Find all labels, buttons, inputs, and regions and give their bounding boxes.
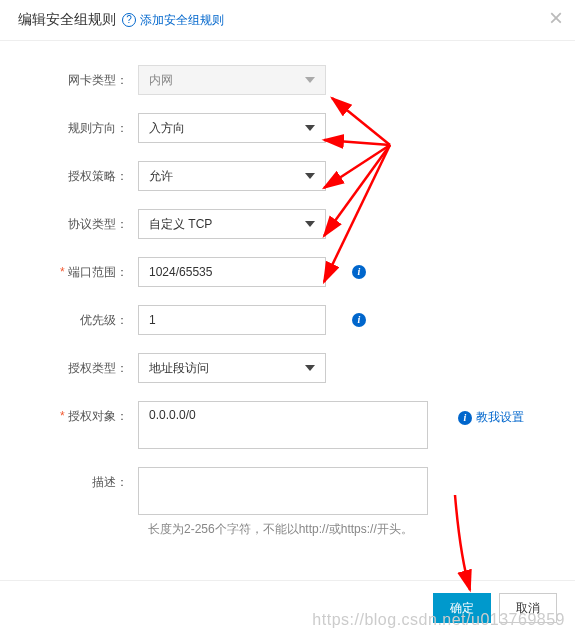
select-nic-type: 内网: [138, 65, 326, 95]
row-policy: 授权策略： 允许: [18, 161, 557, 191]
row-protocol: 协议类型： 自定义 TCP: [18, 209, 557, 239]
info-icon[interactable]: i: [352, 265, 366, 279]
select-policy-value: 允许: [149, 168, 173, 185]
select-auth-type-value: 地址段访问: [149, 360, 209, 377]
caret-icon: [305, 173, 315, 179]
help-icon: ?: [122, 13, 136, 27]
label-nic-type: 网卡类型：: [18, 65, 138, 89]
select-direction[interactable]: 入方向: [138, 113, 326, 143]
select-direction-value: 入方向: [149, 120, 185, 137]
row-direction: 规则方向： 入方向: [18, 113, 557, 143]
select-nic-type-value: 内网: [149, 72, 173, 89]
row-port-range: 端口范围： i: [18, 257, 557, 287]
label-auth-object: 授权对象：: [18, 401, 138, 425]
info-icon[interactable]: i: [352, 313, 366, 327]
input-port-range[interactable]: [149, 265, 301, 279]
cancel-button[interactable]: 取消: [499, 593, 557, 623]
input-priority-wrap: [138, 305, 326, 335]
label-port-range: 端口范围：: [18, 257, 138, 281]
label-protocol: 协议类型：: [18, 209, 138, 233]
row-description: 描述：: [18, 467, 557, 515]
label-direction: 规则方向：: [18, 113, 138, 137]
teach-link-text: 教我设置: [476, 409, 524, 426]
textarea-auth-object[interactable]: 0.0.0.0/0: [138, 401, 428, 449]
dialog: 编辑安全组规则 ? 添加安全组规则 × 网卡类型： 内网 规则方向： 入方向: [0, 0, 575, 548]
info-icon: i: [458, 411, 472, 425]
row-auth-type: 授权类型： 地址段访问: [18, 353, 557, 383]
hint-description: 长度为2-256个字符，不能以http://或https://开头。: [138, 521, 557, 538]
label-policy: 授权策略：: [18, 161, 138, 185]
select-protocol-value: 自定义 TCP: [149, 216, 212, 233]
teach-link[interactable]: i 教我设置: [458, 409, 524, 426]
dialog-footer: 确定 取消: [0, 580, 575, 635]
select-protocol[interactable]: 自定义 TCP: [138, 209, 326, 239]
close-icon[interactable]: ×: [549, 6, 563, 30]
row-nic-type: 网卡类型： 内网: [18, 65, 557, 95]
row-auth-object: 授权对象： 0.0.0.0/0 i 教我设置: [18, 401, 557, 449]
label-priority: 优先级：: [18, 305, 138, 329]
label-auth-type: 授权类型：: [18, 353, 138, 377]
caret-icon: [305, 125, 315, 131]
row-priority: 优先级： i: [18, 305, 557, 335]
form: 网卡类型： 内网 规则方向： 入方向 授权策略： 允许: [0, 41, 575, 548]
label-description: 描述：: [18, 467, 138, 491]
dialog-header: 编辑安全组规则 ? 添加安全组规则 ×: [0, 0, 575, 41]
confirm-button[interactable]: 确定: [433, 593, 491, 623]
textarea-description[interactable]: [138, 467, 428, 515]
caret-icon: [305, 77, 315, 83]
input-port-range-wrap: [138, 257, 326, 287]
caret-icon: [305, 365, 315, 371]
select-policy[interactable]: 允许: [138, 161, 326, 191]
input-priority[interactable]: [149, 313, 301, 327]
help-link[interactable]: 添加安全组规则: [140, 12, 224, 29]
caret-icon: [305, 221, 315, 227]
dialog-title: 编辑安全组规则: [18, 11, 116, 29]
select-auth-type[interactable]: 地址段访问: [138, 353, 326, 383]
